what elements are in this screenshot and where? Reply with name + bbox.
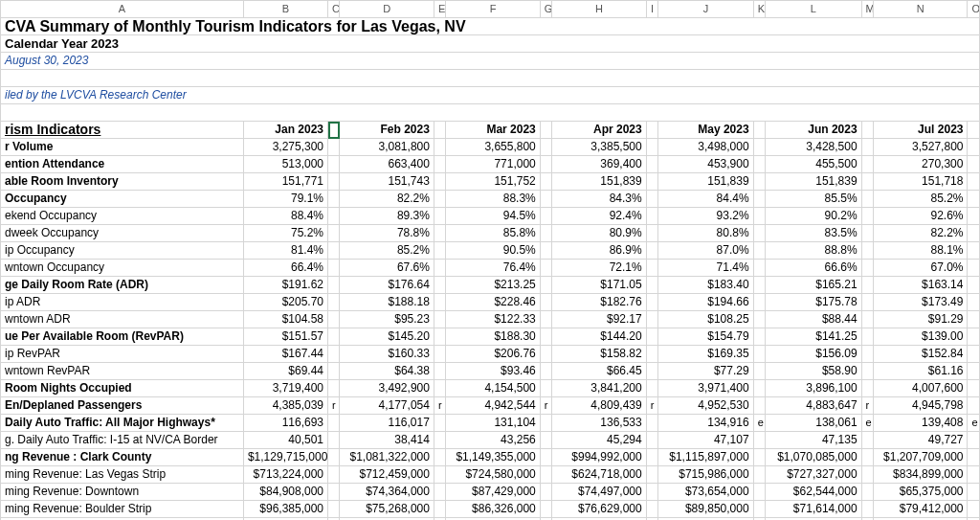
marker-cell[interactable]: e xyxy=(968,415,980,432)
value-cell[interactable]: $724,580,000 xyxy=(446,466,540,484)
value-cell[interactable]: 4,385,039 xyxy=(243,397,327,415)
row-label[interactable]: ip RevPAR xyxy=(1,346,244,363)
value-cell[interactable]: 4,007,600 xyxy=(874,380,968,397)
value-cell[interactable]: $1,149,355,000 xyxy=(446,449,540,466)
value-cell[interactable]: $58.90 xyxy=(766,363,862,380)
marker-cell[interactable] xyxy=(434,363,445,380)
marker-cell[interactable] xyxy=(328,208,340,225)
marker-cell[interactable] xyxy=(328,484,340,501)
marker-cell[interactable] xyxy=(753,501,765,518)
marker-cell[interactable] xyxy=(434,415,445,432)
value-cell[interactable]: $91.29 xyxy=(874,311,968,328)
value-cell[interactable]: 88.1% xyxy=(874,242,968,260)
value-cell[interactable]: $1,129,715,000 xyxy=(243,449,327,466)
value-cell[interactable]: $1,081,322,000 xyxy=(340,449,434,466)
value-cell[interactable]: 81.4% xyxy=(243,242,327,260)
value-cell[interactable]: $727,327,000 xyxy=(766,466,862,484)
value-cell[interactable]: $93.46 xyxy=(446,363,540,380)
value-cell[interactable]: 90.5% xyxy=(446,242,540,260)
value-cell[interactable]: 453,900 xyxy=(658,156,754,173)
marker-cell[interactable] xyxy=(861,501,873,518)
marker-cell[interactable] xyxy=(861,173,873,191)
marker-cell[interactable] xyxy=(540,449,551,466)
col-header[interactable]: I xyxy=(646,1,657,18)
value-cell[interactable]: 513,000 xyxy=(243,156,327,173)
marker-cell[interactable] xyxy=(753,208,765,225)
marker-cell[interactable] xyxy=(646,466,657,484)
value-cell[interactable]: $87,429,000 xyxy=(446,484,540,501)
marker-cell[interactable] xyxy=(540,311,551,328)
col-header[interactable]: K xyxy=(753,1,765,18)
marker-cell[interactable] xyxy=(861,346,873,363)
row-label[interactable]: ekend Occupancy xyxy=(1,208,244,225)
marker-cell[interactable] xyxy=(646,415,657,432)
value-cell[interactable]: $71,614,000 xyxy=(766,501,862,518)
value-cell[interactable]: $994,992,000 xyxy=(552,449,646,466)
marker-cell[interactable] xyxy=(434,346,445,363)
value-cell[interactable]: 80.8% xyxy=(658,225,754,242)
marker-cell[interactable] xyxy=(646,208,657,225)
marker-cell[interactable] xyxy=(646,328,657,346)
value-cell[interactable]: $64.38 xyxy=(340,363,434,380)
value-cell[interactable]: 131,104 xyxy=(446,415,540,432)
value-cell[interactable]: $141.25 xyxy=(766,328,862,346)
row-label[interactable]: ention Attendance xyxy=(1,156,244,173)
value-cell[interactable]: $122.33 xyxy=(446,311,540,328)
value-cell[interactable]: 40,501 xyxy=(243,432,327,449)
value-cell[interactable]: 3,081,800 xyxy=(340,139,434,156)
value-cell[interactable]: $213.25 xyxy=(446,277,540,294)
value-cell[interactable]: $96,385,000 xyxy=(243,501,327,518)
marker-cell[interactable] xyxy=(328,415,340,432)
marker-cell[interactable] xyxy=(540,346,551,363)
value-cell[interactable]: $73,654,000 xyxy=(658,484,754,501)
marker-cell[interactable] xyxy=(753,484,765,501)
value-cell[interactable]: 4,809,439 xyxy=(552,397,646,415)
value-cell[interactable]: $88.44 xyxy=(766,311,862,328)
marker-cell[interactable] xyxy=(861,260,873,277)
marker-cell[interactable]: r xyxy=(861,397,873,415)
value-cell[interactable]: 270,300 xyxy=(874,156,968,173)
value-cell[interactable]: 134,916 xyxy=(658,415,754,432)
value-cell[interactable]: $84,908,000 xyxy=(243,484,327,501)
value-cell[interactable]: $169.35 xyxy=(658,346,754,363)
value-cell[interactable]: 3,492,900 xyxy=(340,380,434,397)
marker-cell[interactable] xyxy=(434,208,445,225)
marker-cell[interactable] xyxy=(861,432,873,449)
marker-cell[interactable]: r xyxy=(540,397,551,415)
marker-cell[interactable] xyxy=(968,139,980,156)
value-cell[interactable]: $173.49 xyxy=(874,294,968,311)
marker-cell[interactable] xyxy=(540,466,551,484)
marker-cell[interactable] xyxy=(753,139,765,156)
marker-cell[interactable] xyxy=(968,156,980,173)
row-label[interactable]: Room Nights Occupied xyxy=(1,380,244,397)
marker-cell[interactable] xyxy=(968,173,980,191)
value-cell[interactable]: 66.6% xyxy=(766,260,862,277)
marker-cell[interactable] xyxy=(861,484,873,501)
marker-cell[interactable] xyxy=(968,311,980,328)
marker-cell[interactable] xyxy=(646,139,657,156)
value-cell[interactable]: 88.4% xyxy=(243,208,327,225)
value-cell[interactable]: 93.2% xyxy=(658,208,754,225)
value-cell[interactable]: $66.45 xyxy=(552,363,646,380)
value-cell[interactable]: 85.5% xyxy=(766,191,862,208)
marker-cell[interactable] xyxy=(646,311,657,328)
marker-cell[interactable] xyxy=(968,484,980,501)
marker-cell[interactable] xyxy=(753,294,765,311)
row-label[interactable]: ming Revenue: Boulder Strip xyxy=(1,501,244,518)
page-title[interactable]: CVA Summary of Monthly Tourism Indicator… xyxy=(1,18,980,35)
marker-cell[interactable] xyxy=(968,466,980,484)
marker-cell[interactable]: e xyxy=(861,415,873,432)
marker-cell[interactable] xyxy=(540,260,551,277)
row-label[interactable]: ng Revenue : Clark County xyxy=(1,449,244,466)
marker-cell[interactable] xyxy=(968,294,980,311)
value-cell[interactable]: $139.00 xyxy=(874,328,968,346)
value-cell[interactable]: $156.09 xyxy=(766,346,862,363)
value-cell[interactable]: 3,275,300 xyxy=(243,139,327,156)
month-header[interactable]: Jul 2023 xyxy=(874,122,968,139)
row-label[interactable]: wntown RevPAR xyxy=(1,363,244,380)
marker-cell[interactable] xyxy=(753,173,765,191)
value-cell[interactable]: $176.64 xyxy=(340,277,434,294)
value-cell[interactable]: $205.70 xyxy=(243,294,327,311)
col-header[interactable]: M xyxy=(861,1,873,18)
marker-cell[interactable]: r xyxy=(328,397,340,415)
